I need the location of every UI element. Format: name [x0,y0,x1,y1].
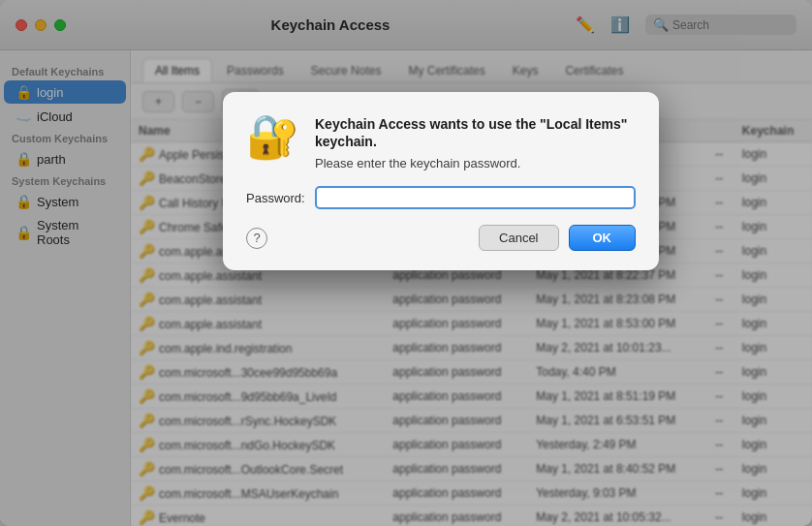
dialog-overlay: 🔐 Keychain Access wants to use the "Loca… [0,0,812,526]
help-button[interactable]: ? [246,228,267,249]
dialog-password-row: Password: [246,186,636,209]
dialog-title: Keychain Access wants to use the "Local … [315,115,636,150]
dialog-header: 🔐 Keychain Access wants to use the "Loca… [246,115,636,170]
keychain-dialog: 🔐 Keychain Access wants to use the "Loca… [223,92,659,270]
dialog-text-area: Keychain Access wants to use the "Local … [315,115,636,170]
dialog-subtitle: Please enter the keychain password. [315,156,636,170]
dialog-action-buttons: Cancel OK [479,225,636,251]
dialog-lock-icon: 🔐 [246,115,299,170]
dialog-buttons: ? Cancel OK [246,225,636,251]
password-label: Password: [246,191,305,205]
ok-button[interactable]: OK [569,225,637,251]
password-input[interactable] [315,186,636,209]
cancel-button[interactable]: Cancel [479,225,558,251]
